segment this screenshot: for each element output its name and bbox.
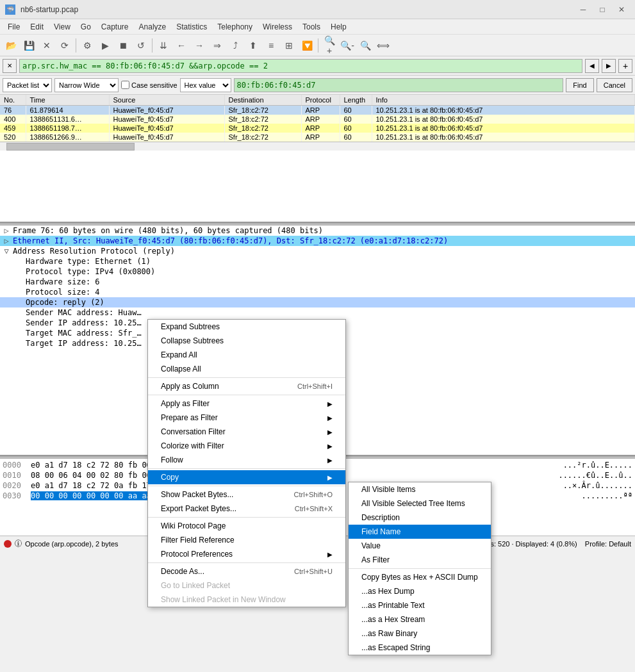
minimize-button[interactable]: ─ [575, 3, 591, 16]
expert-info-icon[interactable]: 🛈 [14, 539, 22, 548]
filter-clear-button[interactable]: ✕ [3, 59, 17, 73]
detail-row[interactable]: ▽Address Resolution Protocol (reply) [0, 246, 635, 256]
menu-capture[interactable]: Capture [96, 21, 134, 33]
submenu-item[interactable]: ...as Escaped String [349, 641, 491, 655]
filter-arrow-right[interactable]: ▶ [602, 59, 616, 73]
col-length[interactable]: Length [340, 95, 372, 106]
menu-file[interactable]: File [3, 21, 25, 33]
context-menu-item[interactable]: Colorize with Filter▶ [148, 439, 345, 453]
menu-tools[interactable]: Tools [297, 21, 326, 33]
context-menu-item[interactable]: Protocol Preferences▶ [148, 547, 345, 561]
submenu-item[interactable]: ...as Printable Text [349, 598, 491, 612]
toolbar-resize-col[interactable]: ⟺ [375, 37, 392, 54]
toolbar-reload[interactable]: ⟳ [56, 37, 73, 54]
toolbar-zoom-out[interactable]: 🔍- [339, 37, 356, 54]
expand-icon[interactable]: ▷ [3, 226, 10, 235]
detail-row[interactable]: Hardware type: Ethernet (1) [0, 256, 635, 266]
menu-analyze[interactable]: Analyze [134, 21, 172, 33]
submenu-item[interactable]: Field Name [349, 525, 491, 539]
col-time[interactable]: Time [26, 95, 109, 106]
toolbar-filter-list[interactable]: 🔽 [299, 37, 315, 54]
context-menu-item[interactable]: Follow▶ [148, 453, 345, 467]
horizontal-scrollbar[interactable] [0, 142, 635, 151]
detail-row[interactable]: Sender MAC address: Huaw… [0, 307, 635, 318]
detail-row[interactable]: Protocol size: 4 [0, 287, 635, 297]
expand-icon[interactable]: ▷ [3, 236, 10, 245]
submenu-item[interactable]: Copy Bytes as Hex + ASCII Dump [349, 570, 491, 584]
context-menu-item[interactable]: Expand All [148, 348, 345, 362]
table-row[interactable]: 5201388651266.9…HuaweiTe_f0:45:d7Sfr_18:… [0, 133, 635, 142]
detail-row[interactable]: ▷Ethernet II, Src: HuaweiTe_f0:45:d7 (80… [0, 236, 635, 246]
context-menu-item[interactable]: Export Packet Bytes...Ctrl+Shift+X [148, 502, 345, 516]
toolbar-scroll-end[interactable]: ⇊ [155, 37, 172, 54]
toolbar-zoom-reset[interactable]: 🔍 [357, 37, 374, 54]
detail-row[interactable]: Opcode: reply (2) [0, 297, 635, 307]
menu-telephony[interactable]: Telephony [212, 21, 258, 33]
toolbar-open[interactable]: 📂 [3, 37, 19, 54]
context-menu-item[interactable]: Wiki Protocol Page [148, 519, 345, 533]
menu-statistics[interactable]: Statistics [171, 21, 212, 33]
find-button[interactable]: Find [566, 78, 593, 92]
menu-help[interactable]: Help [326, 21, 352, 33]
context-menu-item[interactable]: Expand Subtrees [148, 320, 345, 334]
maximize-button[interactable]: □ [594, 3, 611, 16]
toolbar-list[interactable]: ≡ [263, 37, 279, 54]
col-proto[interactable]: Protocol [301, 95, 340, 106]
toolbar-restart[interactable]: ↺ [133, 37, 149, 54]
col-source[interactable]: Source [109, 95, 224, 106]
search-scope-dropdown[interactable]: Narrow Wide [54, 78, 119, 92]
context-menu-item[interactable]: Apply as Filter▶ [148, 397, 345, 411]
detail-row[interactable]: Hardware size: 6 [0, 277, 635, 287]
toolbar-back[interactable]: ← [173, 37, 190, 54]
toolbar-stop-capture[interactable]: ⏹ [115, 37, 131, 54]
search-type-dropdown[interactable]: Packet list [3, 78, 52, 92]
context-menu-item[interactable]: Collapse All [148, 362, 345, 376]
filter-input[interactable] [19, 59, 582, 73]
search-input[interactable] [234, 78, 564, 92]
toolbar-jump[interactable]: ⤴ [227, 37, 243, 54]
toolbar-prev[interactable]: ⬆ [245, 37, 261, 54]
context-menu-item[interactable]: Copy▶ [148, 470, 345, 484]
search-format-dropdown[interactable]: Hex value [180, 78, 231, 92]
detail-row[interactable]: ▷Frame 76: 60 bytes on wire (480 bits), … [0, 225, 635, 236]
detail-row[interactable]: Protocol type: IPv4 (0x0800) [0, 266, 635, 277]
toolbar-close[interactable]: ✕ [38, 37, 55, 54]
context-menu-item[interactable]: Apply as ColumnCtrl+Shift+I [148, 379, 345, 393]
submenu-item[interactable]: Description [349, 511, 491, 525]
submenu-item[interactable]: All Visible Items [349, 482, 491, 496]
menu-view[interactable]: View [49, 21, 76, 33]
toolbar-grid[interactable]: ⊞ [281, 37, 297, 54]
submenu-item[interactable]: ...as Raw Binary [349, 627, 491, 641]
cancel-button[interactable]: Cancel [597, 78, 632, 92]
toolbar-start-capture[interactable]: ▶ [97, 37, 113, 54]
submenu-item[interactable]: Value [349, 539, 491, 553]
col-no[interactable]: No. [0, 95, 26, 106]
scrollbar-thumb[interactable] [6, 143, 135, 151]
table-row[interactable]: 4001388651131.6…HuaweiTe_f0:45:d7Sfr_18:… [0, 115, 635, 124]
context-menu-item[interactable]: Prepare as Filter▶ [148, 411, 345, 425]
expand-icon[interactable]: ▽ [3, 247, 10, 256]
col-info[interactable]: Info [372, 95, 635, 106]
context-menu-item[interactable]: Decode As...Ctrl+Shift+U [148, 564, 345, 578]
submenu-item[interactable]: ...as Hex Dump [349, 584, 491, 598]
submenu-item[interactable]: All Visible Selected Tree Items [349, 496, 491, 511]
menu-wireless[interactable]: Wireless [258, 21, 297, 33]
filter-arrow-left[interactable]: ◀ [585, 59, 599, 73]
menu-go[interactable]: Go [76, 21, 96, 33]
close-button[interactable]: ✕ [613, 3, 630, 16]
context-menu-item[interactable]: Conversation Filter▶ [148, 425, 345, 439]
context-menu-item[interactable]: Filter Field Reference [148, 533, 345, 547]
table-row[interactable]: 7661.879614HuaweiTe_f0:45:d7Sfr_18:c2:72… [0, 106, 635, 115]
toolbar-forward[interactable]: → [191, 37, 208, 54]
toolbar-go-to[interactable]: ⇒ [209, 37, 226, 54]
col-dest[interactable]: Destination [224, 95, 301, 106]
submenu-item[interactable]: As Filter [349, 553, 491, 567]
toolbar-capture-options[interactable]: ⚙ [79, 37, 95, 54]
case-sensitive-checkbox[interactable] [121, 81, 129, 89]
submenu-item[interactable]: ...as a Hex Stream [349, 612, 491, 627]
toolbar-save[interactable]: 💾 [21, 37, 37, 54]
context-menu-item[interactable]: Show Packet Bytes...Ctrl+Shift+O [148, 488, 345, 502]
toolbar-zoom-in[interactable]: 🔍+ [321, 37, 338, 54]
filter-add-button[interactable]: + [618, 59, 632, 73]
table-row[interactable]: 4591388651198.7…HuaweiTe_f0:45:d7Sfr_18:… [0, 124, 635, 133]
